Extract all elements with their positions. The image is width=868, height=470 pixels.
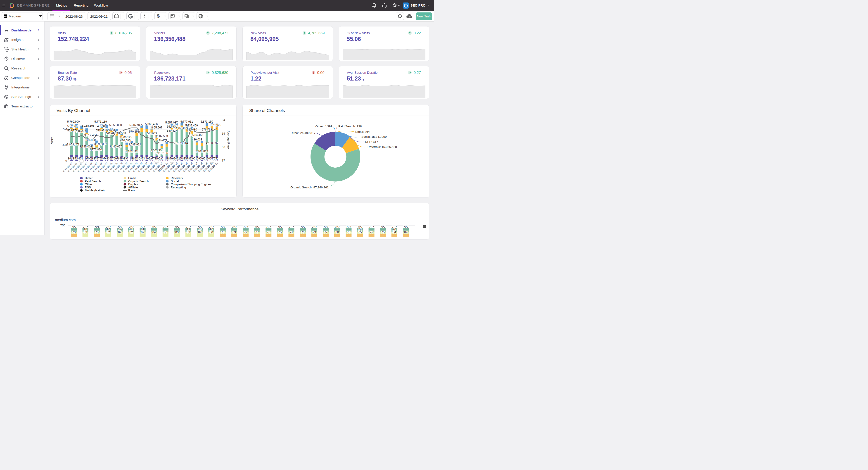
svg-text:727: 727	[254, 225, 260, 229]
svg-text:Paid Search: 238: Paid Search: 238	[338, 124, 362, 128]
svg-text:5,769,900: 5,769,900	[67, 120, 80, 123]
svg-text:727: 727	[278, 225, 283, 229]
svg-text:727: 727	[312, 225, 317, 229]
svg-text:0: 0	[126, 158, 128, 161]
svg-text:84: 84	[393, 230, 396, 234]
svg-text:75: 75	[95, 230, 99, 234]
svg-text:727: 727	[335, 225, 340, 229]
svg-text:75: 75	[278, 230, 282, 234]
svg-text:3,500,125: 3,500,125	[119, 135, 132, 139]
svg-text:77: 77	[324, 230, 328, 234]
svg-text:706,837: 706,837	[87, 157, 97, 160]
svg-text:83: 83	[175, 230, 179, 234]
svg-text:727: 727	[369, 225, 374, 229]
svg-text:727: 727	[71, 225, 77, 229]
svg-text:0: 0	[65, 159, 67, 162]
svg-text:77: 77	[255, 230, 259, 234]
svg-text:75: 75	[381, 230, 385, 234]
svg-text:2,376,820: 2,376,820	[89, 148, 102, 151]
svg-text:82: 82	[106, 230, 110, 234]
svg-text:5,258,060: 5,258,060	[109, 124, 122, 127]
svg-text:84: 84	[404, 230, 408, 234]
svg-text:537,066: 537,066	[67, 124, 78, 128]
svg-text:83: 83	[187, 230, 190, 234]
svg-text:727: 727	[323, 225, 329, 229]
svg-text:77: 77	[370, 230, 373, 234]
svg-text:543,748: 543,748	[96, 124, 106, 128]
svg-text:576,763: 576,763	[202, 128, 212, 131]
svg-text:3,589,922: 3,589,922	[128, 143, 141, 146]
svg-text:2,182,111: 2,182,111	[126, 150, 138, 153]
svg-text:5,873,150: 5,873,150	[200, 120, 213, 123]
svg-text:727: 727	[152, 225, 157, 229]
svg-text:Direct: 24,499,317: Direct: 24,499,317	[290, 131, 315, 134]
svg-text:979,076: 979,076	[97, 157, 107, 160]
svg-text:5M: 5M	[63, 128, 67, 131]
svg-text:3,345,008: 3,345,008	[80, 145, 92, 148]
svg-text:3,812,464: 3,812,464	[84, 133, 97, 136]
svg-text:430,087: 430,087	[120, 139, 130, 142]
svg-text:5,232,459: 5,232,459	[185, 124, 198, 127]
svg-text:3,784,455: 3,784,455	[191, 133, 203, 136]
svg-text:75: 75	[358, 230, 362, 234]
svg-text:934,691: 934,691	[142, 157, 152, 160]
svg-text:medium.com: medium.com	[55, 218, 76, 222]
svg-text:839,769: 839,769	[106, 157, 117, 160]
svg-text:Social: 15,341,099: Social: 15,341,099	[362, 135, 387, 138]
svg-text:3,607,583: 3,607,583	[155, 134, 168, 137]
svg-text:0: 0	[216, 158, 218, 161]
svg-text:2.5M: 2.5M	[61, 144, 67, 147]
svg-text:727: 727	[163, 225, 168, 229]
svg-text:84: 84	[198, 230, 202, 234]
svg-text:750: 750	[60, 223, 65, 227]
svg-text:781,033: 781,033	[117, 157, 127, 160]
svg-text:5,657,087: 5,657,087	[165, 121, 178, 124]
svg-text:692,653: 692,653	[197, 157, 207, 160]
svg-text:922,837: 922,837	[177, 157, 187, 160]
svg-text:Mobile (Native): Mobile (Native)	[85, 189, 104, 192]
svg-text:2,110,196: 2,110,196	[156, 152, 168, 155]
svg-text:431,177: 431,177	[157, 139, 167, 142]
svg-text:35: 35	[222, 132, 225, 135]
svg-text:4,100,037: 4,100,037	[206, 142, 218, 145]
svg-text:570,251: 570,251	[129, 130, 139, 133]
svg-text:5,368,466: 5,368,466	[145, 122, 158, 126]
svg-text:5,777,931: 5,777,931	[181, 120, 193, 123]
svg-text:887,626: 887,626	[167, 157, 177, 160]
svg-text:727: 727	[243, 225, 248, 229]
svg-text:727: 727	[174, 225, 180, 229]
svg-text:727: 727	[289, 225, 294, 229]
svg-text:727: 727	[220, 225, 225, 229]
svg-text:86: 86	[210, 230, 213, 234]
svg-text:Average Rank: Average Rank	[227, 130, 230, 149]
svg-text:82: 82	[129, 230, 133, 234]
svg-text:727: 727	[266, 225, 271, 229]
svg-text:486,033: 486,033	[192, 138, 202, 141]
svg-text:70: 70	[301, 230, 304, 234]
svg-text:902,757: 902,757	[207, 157, 217, 160]
svg-text:727: 727	[403, 225, 408, 229]
svg-text:80: 80	[164, 230, 167, 234]
svg-text:4,865,567: 4,865,567	[150, 126, 162, 129]
svg-text:539,047: 539,047	[76, 130, 86, 133]
svg-text:RSS: 417: RSS: 417	[365, 140, 378, 144]
svg-text:3,973,114: 3,973,114	[176, 142, 188, 145]
svg-text:580,827: 580,827	[167, 129, 177, 132]
svg-text:0: 0	[161, 158, 163, 161]
svg-text:82: 82	[118, 230, 121, 234]
svg-text:5,207,947: 5,207,947	[129, 123, 142, 126]
svg-text:73: 73	[72, 230, 75, 234]
svg-text:78: 78	[221, 230, 224, 234]
svg-text:Visits: Visits	[50, 136, 54, 144]
svg-text:521,926: 521,926	[211, 124, 221, 127]
svg-text:80: 80	[335, 230, 339, 234]
svg-text:84: 84	[152, 230, 156, 234]
svg-text:889,368: 889,368	[132, 157, 142, 160]
svg-text:507,800: 507,800	[86, 138, 96, 142]
svg-text:Other: 4,399: Other: 4,399	[315, 124, 332, 128]
svg-text:Rank: Rank	[128, 189, 135, 192]
svg-text:0: 0	[105, 124, 107, 127]
svg-text:78: 78	[267, 230, 270, 234]
svg-text:82: 82	[141, 230, 144, 234]
svg-text:79: 79	[244, 230, 247, 234]
